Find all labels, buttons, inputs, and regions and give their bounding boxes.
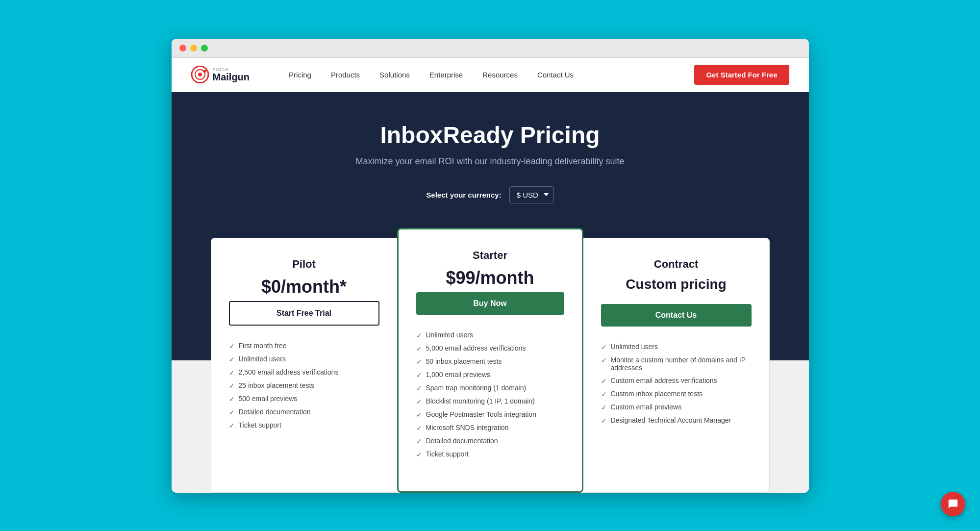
check-icon: ✓: [416, 331, 422, 339]
pilot-title: Pilot: [229, 258, 379, 271]
hero-subtitle: Maximize your email ROI with our industr…: [191, 156, 789, 167]
check-icon: ✓: [416, 358, 422, 366]
check-icon: ✓: [229, 369, 235, 377]
pricing-card-contract: Contract Custom pricing Contact Us ✓Unli…: [583, 238, 770, 493]
check-icon: ✓: [416, 371, 422, 379]
pricing-cards-section: Pilot $0/month* Start Free Trial ✓First …: [172, 228, 809, 493]
contract-features: ✓Unlimited users ✓Monitor a custom numbe…: [601, 340, 752, 427]
check-icon: ✓: [416, 411, 422, 419]
logo-mailgun-label: Mailgun: [213, 72, 250, 82]
list-item: ✓Spam trap monitoring (1 domain): [416, 381, 564, 395]
contract-title: Contract: [601, 258, 752, 271]
nav-item-products[interactable]: Products: [321, 57, 370, 92]
navbar-nav: Pricing Products Solutions Enterprise Re…: [279, 57, 694, 92]
list-item: ✓Custom email previews: [601, 401, 752, 414]
check-icon: ✓: [229, 355, 235, 363]
check-icon: ✓: [229, 408, 235, 416]
check-icon: ✓: [416, 345, 422, 353]
currency-selector: Select your currency: $ USD € EUR £ GBP: [191, 186, 789, 203]
navbar: SINCH Mailgun Pricing Products Solutions…: [172, 58, 809, 92]
check-icon: ✓: [416, 437, 422, 445]
list-item: ✓50 inbox placement tests: [416, 355, 564, 368]
list-item: ✓Monitor a custom number of domains and …: [601, 354, 752, 374]
nav-item-pricing[interactable]: Pricing: [279, 57, 321, 92]
chat-button[interactable]: [941, 492, 965, 516]
chat-icon: [948, 499, 958, 509]
svg-point-3: [203, 70, 206, 73]
check-icon: ✓: [601, 404, 607, 411]
list-item: ✓Designated Technical Account Manager: [601, 414, 752, 427]
check-icon: ✓: [601, 390, 607, 398]
list-item: ✓25 inbox placement tests: [229, 379, 379, 392]
list-item: ✓Google Postmaster Tools integration: [416, 408, 564, 421]
contract-cta-button[interactable]: Contact Us: [601, 304, 752, 327]
currency-label: Select your currency:: [426, 191, 501, 199]
browser-window: SINCH Mailgun Pricing Products Solutions…: [172, 39, 809, 493]
list-item: ✓Detailed documentation: [229, 405, 379, 419]
starter-price: $99/month: [416, 268, 564, 288]
list-item: ✓500 email previews: [229, 392, 379, 405]
list-item: ✓5,000 email address verifications: [416, 342, 564, 355]
list-item: ✓Unlimited users: [229, 353, 379, 366]
check-icon: ✓: [416, 384, 422, 392]
list-item: ✓Microsoft SNDS integration: [416, 421, 564, 434]
check-icon: ✓: [601, 417, 607, 425]
check-icon: ✓: [416, 424, 422, 432]
browser-minimize-btn[interactable]: [190, 45, 197, 51]
starter-title: Starter: [416, 249, 564, 262]
pricing-card-starter: Starter $99/month Buy Now ✓Unlimited use…: [397, 228, 583, 493]
browser-maximize-btn[interactable]: [201, 45, 208, 51]
pilot-price: $0/month*: [229, 277, 379, 297]
contract-price: Custom pricing: [601, 277, 752, 292]
check-icon: ✓: [416, 451, 422, 458]
pilot-features: ✓First month free ✓Unlimited users ✓2,50…: [229, 339, 379, 432]
list-item: ✓First month free: [229, 339, 379, 353]
nav-item-resources[interactable]: Resources: [473, 57, 528, 92]
list-item: ✓Unlimited users: [601, 340, 752, 354]
list-item: ✓Detailed documentation: [416, 434, 564, 448]
main-content: InboxReady Pricing Maximize your email R…: [172, 92, 809, 493]
logo-text: SINCH Mailgun: [213, 68, 250, 82]
check-icon: ✓: [229, 342, 235, 350]
nav-item-contact[interactable]: Contact Us: [528, 57, 583, 92]
logo-icon: [191, 66, 209, 83]
browser-close-btn[interactable]: [179, 45, 186, 51]
hero-section: InboxReady Pricing Maximize your email R…: [172, 92, 809, 228]
list-item: ✓1,000 email previews: [416, 368, 564, 381]
list-item: ✓Blocklist monitoring (1 IP, 1 domain): [416, 395, 564, 408]
hero-title: InboxReady Pricing: [191, 122, 789, 149]
currency-select[interactable]: $ USD € EUR £ GBP: [509, 186, 554, 203]
list-item: ✓Unlimited users: [416, 329, 564, 342]
check-icon: ✓: [601, 377, 607, 385]
check-icon: ✓: [416, 398, 422, 405]
list-item: ✓2,500 email address verifications: [229, 366, 379, 379]
pricing-card-pilot: Pilot $0/month* Start Free Trial ✓First …: [211, 238, 397, 493]
nav-item-solutions[interactable]: Solutions: [370, 57, 420, 92]
list-item: ✓Ticket support: [416, 448, 564, 461]
starter-features: ✓Unlimited users ✓5,000 email address ve…: [416, 329, 564, 461]
get-started-button[interactable]: Get Started For Free: [694, 65, 789, 85]
pilot-cta-button[interactable]: Start Free Trial: [229, 301, 379, 326]
browser-toolbar: [172, 39, 809, 58]
check-icon: ✓: [229, 395, 235, 403]
check-icon: ✓: [601, 343, 607, 351]
check-icon: ✓: [601, 356, 607, 364]
list-item: ✓Ticket support: [229, 419, 379, 432]
list-item: ✓Custom email address verifications: [601, 374, 752, 387]
list-item: ✓Custom inbox placement tests: [601, 387, 752, 401]
starter-cta-button[interactable]: Buy Now: [416, 292, 564, 315]
cards-row: Pilot $0/month* Start Free Trial ✓First …: [201, 228, 779, 493]
logo[interactable]: SINCH Mailgun: [191, 66, 250, 83]
svg-point-2: [198, 73, 202, 76]
check-icon: ✓: [229, 422, 235, 430]
nav-item-enterprise[interactable]: Enterprise: [420, 57, 473, 92]
check-icon: ✓: [229, 382, 235, 390]
